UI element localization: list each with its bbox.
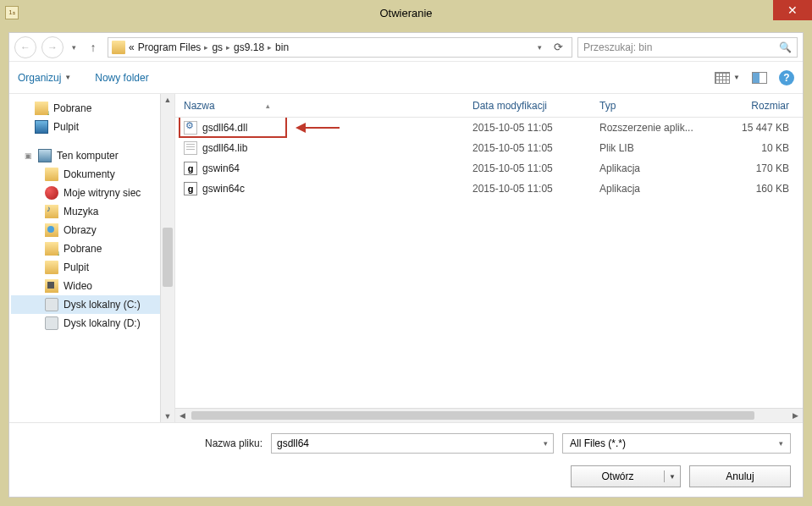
column-header-date[interactable]: Data modyfikacji [464, 100, 591, 112]
organize-label: Organizuj [18, 72, 61, 84]
computer-icon [38, 149, 52, 162]
file-row[interactable]: ggswin64c2015-10-05 11:05Aplikacja160 KB [175, 179, 803, 199]
titlebar: 1₂ Otwieranie ✕ [0, 0, 812, 25]
tree-item[interactable]: Pobrane [11, 99, 173, 118]
address-dropdown[interactable]: ▾ [538, 43, 542, 52]
sort-asc-icon: ▴ [266, 102, 270, 110]
search-icon: 🔍 [779, 41, 792, 53]
tree-item[interactable]: Dysk lokalny (D:) [11, 314, 173, 333]
tree-item-label: Dysk lokalny (D:) [64, 317, 141, 329]
file-date: 2015-10-05 11:05 [464, 183, 591, 195]
column-header-name[interactable]: Nazwa ▴ [175, 100, 464, 112]
nav-up-button[interactable]: ↑ [84, 38, 102, 57]
scroll-down-icon[interactable]: ▼ [164, 410, 172, 422]
tree-item-label: Obrazy [64, 224, 97, 236]
file-name: gsdll64.dll [202, 122, 247, 134]
tree-item[interactable]: Muzyka [11, 202, 173, 221]
file-row[interactable]: ggswin642015-10-05 11:05Aplikacja170 KB [175, 158, 803, 179]
dialog-buttons: Otwórz ▼ Anuluj [21, 465, 791, 487]
nav-history-dropdown[interactable]: ▾ [69, 43, 79, 52]
file-size: 170 KB [718, 162, 803, 174]
new-folder-button[interactable]: Nowy folder [95, 72, 148, 84]
desktop-icon [35, 120, 48, 134]
scroll-left-icon[interactable]: ◀ [175, 411, 190, 420]
tree-item[interactable]: Dysk lokalny (C:) [11, 295, 173, 314]
scroll-track[interactable] [190, 409, 788, 422]
address-bar[interactable]: « Program Files ▸ gs ▸ gs9.18 ▸ bin ▾ ⟳ [108, 37, 572, 58]
help-button[interactable]: ? [779, 70, 794, 85]
tree-item[interactable]: Wideo [11, 277, 173, 295]
tree-item[interactable]: Pobrane [11, 239, 173, 258]
nav-back-button[interactable]: ← [14, 36, 36, 58]
sidebar-scrollbar[interactable]: ▲ ▼ [160, 94, 174, 422]
application-icon: g [184, 162, 197, 175]
chevron-down-icon[interactable]: ▾ [544, 439, 548, 448]
expand-icon[interactable]: ▣ [25, 151, 33, 160]
column-name-label: Nazwa [184, 100, 215, 112]
file-size: 10 KB [718, 142, 803, 154]
column-header-type[interactable]: Typ [591, 100, 718, 112]
nav-forward-button[interactable]: → [41, 36, 64, 58]
open-button[interactable]: Otwórz ▼ [571, 465, 681, 487]
scroll-thumb[interactable] [163, 228, 173, 287]
open-button-dropdown[interactable]: ▼ [665, 473, 680, 481]
scroll-up-icon[interactable]: ▲ [164, 94, 172, 106]
filename-input[interactable]: gsdll64 ▾ [271, 433, 554, 454]
chevron-right-icon[interactable]: ▸ [226, 43, 230, 52]
file-size: 15 447 KB [718, 122, 803, 134]
file-row[interactable]: gsdll64.dll2015-10-05 11:05Rozszerzenie … [175, 118, 803, 138]
file-name: gswin64c [202, 183, 245, 195]
tree-item[interactable]: Pulpit [11, 118, 173, 136]
tree-item-label: Pulpit [64, 261, 89, 273]
scroll-thumb[interactable] [191, 411, 754, 420]
breadcrumb-item[interactable]: bin [275, 41, 289, 53]
file-type: Aplikacja [591, 183, 718, 195]
tree-item-label: Pobrane [64, 243, 102, 255]
tree-group-computer[interactable]: ▣Ten komputer [11, 146, 173, 165]
column-header-size[interactable]: Rozmiar [718, 100, 803, 112]
file-type: Aplikacja [591, 162, 718, 174]
file-type: Plik LIB [591, 142, 718, 154]
tree-item-label: Dysk lokalny (C:) [64, 299, 141, 311]
music-icon [45, 205, 58, 218]
filename-label: Nazwa pliku: [21, 437, 262, 449]
breadcrumb-item[interactable]: gs [212, 41, 223, 53]
tree-item[interactable]: Dokumenty [11, 165, 173, 184]
scroll-right-icon[interactable]: ▶ [788, 411, 803, 420]
file-type-filter[interactable]: All Files (*.*) ▾ [562, 433, 791, 454]
chevron-right-icon[interactable]: ▸ [204, 43, 208, 52]
tree-item[interactable]: Pulpit [11, 258, 173, 277]
organize-button[interactable]: Organizuj ▼ [18, 72, 71, 84]
navigation-bar: ← → ▾ ↑ « Program Files ▸ gs ▸ gs9.18 ▸ … [9, 33, 803, 62]
chevron-down-icon: ▼ [733, 74, 740, 81]
close-button[interactable]: ✕ [773, 0, 812, 20]
app-icon: 1₂ [5, 6, 19, 19]
search-placeholder: Przeszukaj: bin [583, 41, 652, 53]
search-input[interactable]: Przeszukaj: bin 🔍 [577, 37, 798, 58]
horizontal-scrollbar[interactable]: ◀ ▶ [175, 408, 803, 422]
toolbar: Organizuj ▼ Nowy folder ▼ ? [9, 62, 803, 94]
file-open-dialog: 1₂ Otwieranie ✕ ← → ▾ ↑ « Program Files … [0, 0, 812, 506]
tree-item[interactable]: Obrazy [11, 221, 173, 239]
tree-item-label: Muzyka [64, 206, 98, 217]
tree-item[interactable]: Moje witryny siec [11, 184, 173, 202]
file-type: Rozszerzenie aplik... [591, 122, 718, 134]
list-view-icon [715, 72, 730, 84]
refresh-button[interactable]: ⟳ [549, 41, 568, 53]
filename-row: Nazwa pliku: gsdll64 ▾ All Files (*.*) ▾ [21, 433, 791, 454]
file-list: Nazwa ▴ Data modyfikacji Typ Rozmiar gsd… [175, 94, 803, 422]
chevron-down-icon: ▼ [64, 74, 71, 81]
cancel-button[interactable]: Anuluj [689, 465, 791, 487]
breadcrumb-item[interactable]: Program Files [138, 41, 202, 53]
scroll-track[interactable] [161, 106, 174, 410]
breadcrumb-item[interactable]: gs9.18 [234, 41, 264, 53]
file-row[interactable]: gsdll64.lib2015-10-05 11:05Plik LIB10 KB [175, 138, 803, 158]
sheet-icon [184, 141, 197, 155]
preview-pane-button[interactable] [752, 72, 767, 84]
folder-icon [112, 41, 125, 54]
view-mode-button[interactable]: ▼ [715, 72, 740, 84]
tree-item-label: Moje witryny siec [64, 187, 141, 199]
gear-icon [184, 121, 197, 135]
chevron-right-icon[interactable]: ▸ [268, 43, 272, 52]
chevron-down-icon[interactable]: ▾ [779, 439, 783, 448]
